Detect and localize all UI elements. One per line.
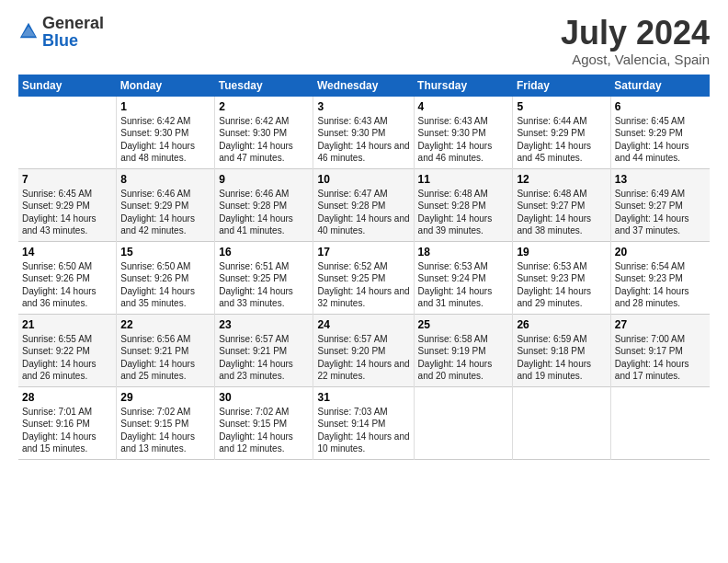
day-number: 18 — [418, 246, 509, 259]
cell-info: Sunrise: 6:57 AMSunset: 9:20 PMDaylight:… — [317, 333, 409, 383]
calendar-cell: 28Sunrise: 7:01 AMSunset: 9:16 PMDayligh… — [18, 386, 117, 459]
cell-info: Sunrise: 6:54 AMSunset: 9:23 PMDaylight:… — [615, 260, 706, 310]
cell-info: Sunrise: 7:01 AMSunset: 9:16 PMDaylight:… — [22, 406, 112, 455]
calendar-cell: 16Sunrise: 6:51 AMSunset: 9:25 PMDayligh… — [215, 241, 313, 314]
cell-info: Sunrise: 6:56 AMSunset: 9:21 PMDaylight:… — [120, 333, 210, 383]
cell-info: Sunrise: 6:57 AMSunset: 9:21 PMDaylight:… — [219, 333, 309, 383]
calendar-cell: 10Sunrise: 6:47 AMSunset: 9:28 PMDayligh… — [313, 168, 414, 241]
day-number: 4 — [418, 100, 509, 113]
calendar-week-row: 21Sunrise: 6:55 AMSunset: 9:22 PMDayligh… — [18, 314, 710, 386]
calendar-cell: 2Sunrise: 6:42 AMSunset: 9:30 PMDaylight… — [215, 97, 313, 169]
calendar-week-row: 28Sunrise: 7:01 AMSunset: 9:16 PMDayligh… — [18, 386, 710, 459]
day-number: 5 — [517, 100, 606, 113]
day-number: 19 — [517, 246, 606, 259]
day-number: 24 — [317, 318, 409, 331]
calendar-table: SundayMondayTuesdayWednesdayThursdayFrid… — [18, 75, 710, 460]
logo-general: General — [42, 14, 104, 32]
day-number: 1 — [120, 100, 210, 113]
cell-info: Sunrise: 6:58 AMSunset: 9:19 PMDaylight:… — [418, 333, 509, 383]
calendar-cell: 19Sunrise: 6:53 AMSunset: 9:23 PMDayligh… — [513, 241, 610, 314]
title-section: July 2024 Agost, Valencia, Spain — [561, 15, 710, 67]
calendar-cell: 26Sunrise: 6:59 AMSunset: 9:18 PMDayligh… — [513, 314, 610, 386]
calendar-cell: 29Sunrise: 7:02 AMSunset: 9:15 PMDayligh… — [117, 386, 215, 459]
day-number: 22 — [120, 318, 210, 331]
day-number: 10 — [317, 173, 409, 186]
cell-info: Sunrise: 6:43 AMSunset: 9:30 PMDaylight:… — [418, 115, 509, 165]
day-number: 28 — [22, 391, 112, 404]
calendar-cell: 1Sunrise: 6:42 AMSunset: 9:30 PMDaylight… — [117, 97, 215, 169]
cell-info: Sunrise: 6:50 AMSunset: 9:26 PMDaylight:… — [120, 260, 210, 310]
day-number: 14 — [22, 246, 112, 259]
cell-info: Sunrise: 6:42 AMSunset: 9:30 PMDaylight:… — [219, 115, 309, 165]
calendar-cell: 7Sunrise: 6:45 AMSunset: 9:29 PMDaylight… — [18, 168, 117, 241]
calendar-week-row: 1Sunrise: 6:42 AMSunset: 9:30 PMDaylight… — [18, 97, 710, 169]
cell-info: Sunrise: 6:45 AMSunset: 9:29 PMDaylight:… — [615, 115, 706, 165]
cell-info: Sunrise: 6:42 AMSunset: 9:30 PMDaylight:… — [120, 115, 210, 165]
cell-info: Sunrise: 6:44 AMSunset: 9:29 PMDaylight:… — [517, 115, 606, 165]
calendar-cell — [18, 97, 117, 169]
day-number: 7 — [22, 173, 112, 186]
cell-info: Sunrise: 6:55 AMSunset: 9:22 PMDaylight:… — [22, 333, 112, 383]
cell-info: Sunrise: 6:59 AMSunset: 9:18 PMDaylight:… — [517, 333, 606, 383]
calendar-cell: 6Sunrise: 6:45 AMSunset: 9:29 PMDaylight… — [610, 97, 710, 169]
month-year: July 2024 — [561, 15, 710, 52]
calendar-cell: 15Sunrise: 6:50 AMSunset: 9:26 PMDayligh… — [117, 241, 215, 314]
logo-icon — [18, 21, 39, 41]
cell-info: Sunrise: 6:48 AMSunset: 9:28 PMDaylight:… — [418, 188, 509, 237]
calendar-cell: 18Sunrise: 6:53 AMSunset: 9:24 PMDayligh… — [414, 241, 513, 314]
day-number: 21 — [22, 318, 112, 331]
calendar-cell — [513, 386, 610, 459]
day-number: 20 — [615, 246, 706, 259]
day-number: 16 — [219, 246, 309, 259]
day-number: 8 — [120, 173, 210, 186]
day-number: 31 — [317, 391, 409, 404]
logo: General Blue — [18, 15, 104, 50]
cell-info: Sunrise: 6:53 AMSunset: 9:23 PMDaylight:… — [517, 260, 606, 310]
day-number: 17 — [317, 246, 409, 259]
calendar-cell: 27Sunrise: 7:00 AMSunset: 9:17 PMDayligh… — [610, 314, 710, 386]
calendar-cell: 4Sunrise: 6:43 AMSunset: 9:30 PMDaylight… — [414, 97, 513, 169]
svg-marker-1 — [22, 27, 36, 37]
day-number: 13 — [615, 173, 706, 186]
calendar-cell: 21Sunrise: 6:55 AMSunset: 9:22 PMDayligh… — [18, 314, 117, 386]
calendar-cell: 11Sunrise: 6:48 AMSunset: 9:28 PMDayligh… — [414, 168, 513, 241]
day-number: 9 — [219, 173, 309, 186]
cell-info: Sunrise: 7:03 AMSunset: 9:14 PMDaylight:… — [317, 406, 409, 455]
cell-info: Sunrise: 6:43 AMSunset: 9:30 PMDaylight:… — [317, 115, 409, 165]
weekday-header: Thursday — [414, 75, 513, 97]
day-number: 2 — [219, 100, 309, 113]
location: Agost, Valencia, Spain — [561, 52, 710, 67]
day-number: 15 — [120, 246, 210, 259]
cell-info: Sunrise: 6:46 AMSunset: 9:29 PMDaylight:… — [120, 188, 210, 237]
logo-blue: Blue — [42, 31, 78, 50]
cell-info: Sunrise: 6:53 AMSunset: 9:24 PMDaylight:… — [418, 260, 509, 310]
weekday-header: Monday — [117, 75, 215, 97]
day-number: 11 — [418, 173, 509, 186]
cell-info: Sunrise: 6:51 AMSunset: 9:25 PMDaylight:… — [219, 260, 309, 310]
calendar-cell: 5Sunrise: 6:44 AMSunset: 9:29 PMDaylight… — [513, 97, 610, 169]
cell-info: Sunrise: 7:02 AMSunset: 9:15 PMDaylight:… — [120, 406, 210, 455]
day-number: 3 — [317, 100, 409, 113]
weekday-header: Friday — [513, 75, 610, 97]
calendar-cell: 22Sunrise: 6:56 AMSunset: 9:21 PMDayligh… — [117, 314, 215, 386]
calendar-cell: 13Sunrise: 6:49 AMSunset: 9:27 PMDayligh… — [610, 168, 710, 241]
calendar-week-row: 7Sunrise: 6:45 AMSunset: 9:29 PMDaylight… — [18, 168, 710, 241]
cell-info: Sunrise: 6:49 AMSunset: 9:27 PMDaylight:… — [615, 188, 706, 237]
calendar-cell: 30Sunrise: 7:02 AMSunset: 9:15 PMDayligh… — [215, 386, 313, 459]
calendar-cell: 12Sunrise: 6:48 AMSunset: 9:27 PMDayligh… — [513, 168, 610, 241]
cell-info: Sunrise: 7:00 AMSunset: 9:17 PMDaylight:… — [615, 333, 706, 383]
weekday-header: Wednesday — [313, 75, 414, 97]
cell-info: Sunrise: 6:50 AMSunset: 9:26 PMDaylight:… — [22, 260, 112, 310]
calendar-cell — [414, 386, 513, 459]
calendar-cell: 9Sunrise: 6:46 AMSunset: 9:28 PMDaylight… — [215, 168, 313, 241]
page-container: General Blue July 2024 Agost, Valencia, … — [0, 0, 728, 469]
weekday-header: Sunday — [18, 75, 117, 97]
calendar-body: 1Sunrise: 6:42 AMSunset: 9:30 PMDaylight… — [18, 97, 710, 460]
cell-info: Sunrise: 6:48 AMSunset: 9:27 PMDaylight:… — [517, 188, 606, 237]
day-number: 27 — [615, 318, 706, 331]
calendar-cell: 8Sunrise: 6:46 AMSunset: 9:29 PMDaylight… — [117, 168, 215, 241]
calendar-cell: 17Sunrise: 6:52 AMSunset: 9:25 PMDayligh… — [313, 241, 414, 314]
day-number: 23 — [219, 318, 309, 331]
day-number: 26 — [517, 318, 606, 331]
day-number: 30 — [219, 391, 309, 404]
